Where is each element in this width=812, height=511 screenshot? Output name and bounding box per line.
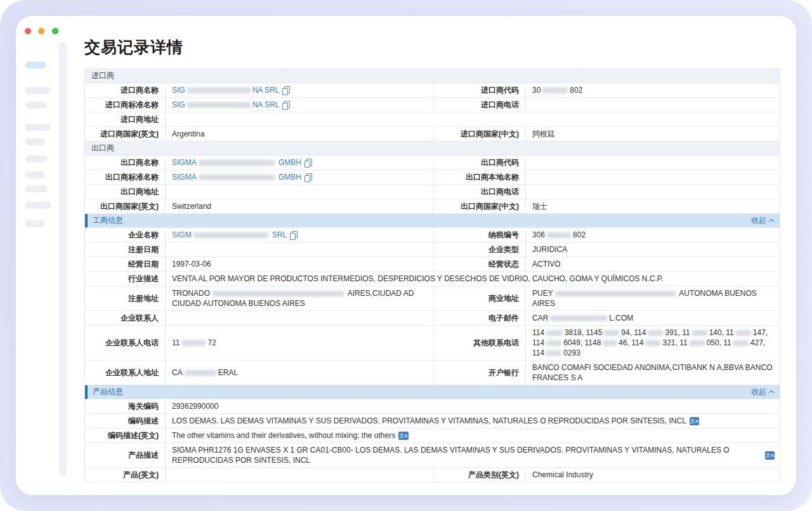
field-value [166,185,434,199]
collapse-button[interactable]: 收起 [751,215,773,226]
table-row: 经营日期 1997-03-06 经营状态 ACTIVO [85,257,780,272]
copy-icon[interactable] [304,173,312,182]
skeleton-bar [25,156,47,163]
sidebar-item-active[interactable] [25,62,46,69]
table-row: 进口商国家(英文) Argentina 进口商国家(中文) 阿根廷 [85,127,780,142]
redacted-text [193,232,268,238]
skeleton-bar [25,202,51,209]
skeleton-bar [25,220,45,227]
table-row: 进口商标准名称 SIGNA SRL 进口商电话 [85,98,780,112]
table-row: 企业联系人 电子邮件 CARL.COM [85,311,780,326]
redacted-text [181,340,206,346]
field-label: 进口商标准名称 [85,98,166,112]
copy-icon[interactable] [290,231,298,239]
table-row: 编码描述 LOS DEMAS. LAS DEMAS VITAMINAS Y SU… [85,414,780,428]
field-value: The other vitamins and their derivatives… [166,428,781,442]
field-label: 进口商国家(中文) [434,127,526,141]
redacted-text [603,340,617,346]
translate-icon[interactable]: 文A [690,417,699,425]
table-row: 进口商名称 SIGNA SRL 进口商代码 30802 [85,83,780,98]
redacted-text [546,330,563,336]
field-value: 瑞士 [526,199,781,213]
field-value: Switzerland [166,199,434,213]
field-value: CAERAL [166,361,434,385]
copy-icon[interactable] [304,159,312,167]
field-label: 企业类型 [434,242,526,256]
importer-standard-name-link[interactable]: SIGNA SRL [172,100,279,110]
field-label: 进口商名称 [85,83,166,97]
table-row: 注册地址 TRONADO AIRES,CIUDAD AD CIUDAD AUTO… [85,286,780,311]
translate-icon[interactable]: 文A [765,451,775,460]
table-row: 出口商名称 SIGMA GMBH 出口商代码 [85,156,780,170]
table-row: 编码描述(英文) The other vitamins and their de… [85,428,780,443]
field-label: 电子邮件 [434,311,526,325]
skeleton-bar [25,185,47,192]
field-value [166,242,434,256]
field-value [166,311,434,325]
redacted-text [547,232,571,238]
section-header-exporter: 出口商 [85,142,780,156]
exporter-name-link[interactable]: SIGMA GMBH [172,157,301,168]
section-header-business: 工商信息 收起 [85,214,780,228]
collapse-button[interactable]: 收起 [751,387,773,397]
redacted-text [187,102,251,108]
field-value: VENTA AL POR MAYOR DE PRODUCTOS INTERMED… [166,272,781,286]
field-value: JURIDICA [526,242,781,256]
field-value: SIGMA GMBH [166,170,434,184]
field-label: 经营日期 [85,257,166,271]
field-value [526,98,781,112]
sidebar-skeleton [16,16,59,495]
field-value: Chemical Industry [526,468,781,482]
collapse-label: 收起 [751,215,766,226]
field-label: 企业名称 [85,228,166,242]
skeleton-bar [25,102,47,109]
company-name-link[interactable]: SIGM SRL [172,230,287,240]
table-row: 出口商国家(英文) Switzerland 出口商国家(中文) 瑞士 [85,199,780,214]
field-label: 出口商标准名称 [85,170,166,184]
redacted-text [199,160,275,166]
field-value: 阿根廷 [526,127,781,141]
redacted-text [185,370,216,376]
section-header-product: 产品信息 收起 [85,385,780,399]
field-label: 进口商电话 [434,98,526,112]
section-title: 产品信息 [93,387,123,397]
page-background: 交易记录详情 进口商 进口商名称 SIGNA SRL 进口商代码 30802 进… [0,0,812,511]
field-value [526,170,781,184]
field-label: 出口商电话 [434,185,526,199]
field-label: 海关编码 [85,399,166,413]
field-label: 进口商地址 [85,112,166,126]
redacted-text [542,88,568,93]
exporter-standard-name-link[interactable]: SIGMA GMBH [172,172,301,182]
translate-icon[interactable]: 文A [398,432,408,440]
field-label: 企业联系人 [85,311,166,325]
field-label: 企业联系人地址 [85,361,166,385]
content-divider [59,42,67,476]
field-value: 1997-03-06 [166,257,434,271]
table-row: 企业名称 SIGM SRL 纳税编号 306802 [85,228,780,242]
table-row: 出口商标准名称 SIGMA GMBH 出口商本地名称 [85,170,780,185]
field-value: SIGM SRL [166,228,434,242]
field-value: SIGMA GMBH [166,156,434,169]
redacted-text [546,350,561,356]
copy-icon[interactable] [282,86,290,95]
redacted-text [692,330,707,336]
table-row: 出口商地址 出口商电话 [85,185,780,199]
field-value: LOS DEMAS. LAS DEMAS VITAMINAS Y SUS DER… [166,414,781,428]
field-value: SIGMA PHR1276 1G ENVASES X 1 GR CA01-CB0… [166,443,781,467]
redacted-text [555,291,676,296]
field-value: Argentina [166,127,434,141]
field-label: 出口商代码 [434,156,526,169]
table-row: 产品描述 SIGMA PHR1276 1G ENVASES X 1 GR CA0… [85,443,780,468]
field-label: 注册地址 [85,286,166,310]
field-label: 行业描述 [85,272,166,286]
copy-icon[interactable] [282,101,290,109]
detail-table: 进口商 进口商名称 SIGNA SRL 进口商代码 30802 进口商标准名称 … [84,69,780,482]
field-value: TRONADO AIRES,CIUDAD AD CIUDAD AUTONOMA … [166,286,434,310]
redacted-text [733,340,749,346]
importer-name-link[interactable]: SIGNA SRL [172,85,279,95]
field-label: 注册日期 [85,242,166,256]
redacted-text [187,88,251,93]
field-label: 商业地址 [434,286,526,310]
field-value [166,112,781,126]
redacted-text [645,340,660,346]
